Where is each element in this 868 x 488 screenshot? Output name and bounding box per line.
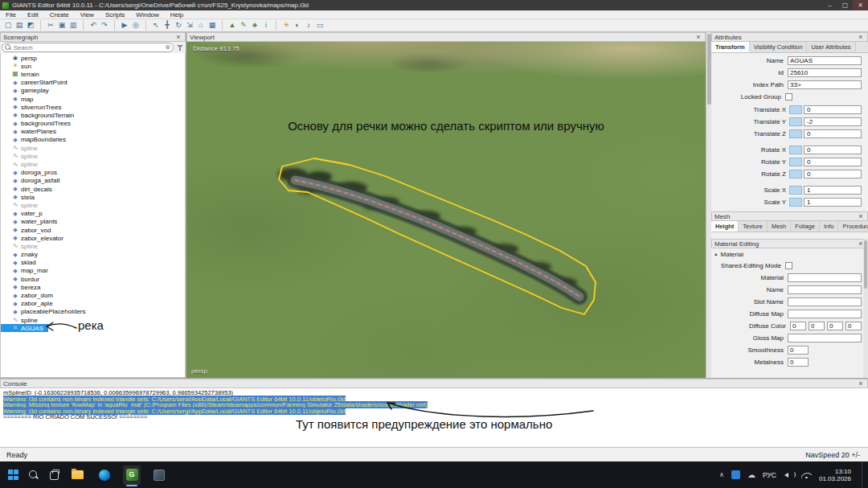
material-section-header[interactable]: ▴ Material xyxy=(711,248,868,258)
tree-item[interactable]: spline xyxy=(1,242,43,250)
gloss-map-field[interactable] xyxy=(788,334,862,342)
shared-editing-checkbox[interactable] xyxy=(785,262,792,269)
tree-item[interactable]: doroga_asfalt xyxy=(1,177,64,185)
tree-item[interactable]: bereza xyxy=(1,283,45,291)
close-button[interactable]: ✕ xyxy=(853,0,868,10)
transform-value-field[interactable] xyxy=(804,170,862,178)
tree-item[interactable]: waterPlanes xyxy=(1,128,61,136)
drag-spinner[interactable] xyxy=(789,170,802,178)
tree-item[interactable]: vater_p xyxy=(1,210,47,218)
tree-item[interactable]: sun xyxy=(1,62,36,70)
slot-name-field[interactable] xyxy=(788,297,862,306)
material-field[interactable] xyxy=(788,273,862,282)
giants-editor-taskbar-icon[interactable]: G xyxy=(123,465,141,485)
tray-expand-icon[interactable]: ∧ xyxy=(719,471,724,478)
diffuse-color-b-field[interactable] xyxy=(827,322,843,330)
toolbar-icon[interactable]: ╋ xyxy=(162,20,173,31)
tree-item[interactable]: backgroundTerrain xyxy=(1,111,79,119)
id-field[interactable] xyxy=(788,68,862,77)
locked-group-checkbox[interactable] xyxy=(785,93,792,100)
tree-item[interactable]: map_mar xyxy=(1,267,53,275)
tree-item[interactable]: spline xyxy=(1,160,43,168)
viewport-canvas[interactable]: Distance 813.75 Основу для речки можно с… xyxy=(186,42,706,378)
menu-item[interactable]: View xyxy=(75,10,100,19)
menu-item[interactable]: Help xyxy=(165,10,189,19)
tree-item[interactable]: terrain xyxy=(1,70,44,78)
tree-item[interactable]: zabor_aple xyxy=(1,300,58,308)
diffuse-map-field[interactable] xyxy=(788,310,862,318)
toolbar-icon[interactable]: ⌂ xyxy=(195,20,207,31)
transform-value-field[interactable] xyxy=(804,158,862,166)
toolbar-icon[interactable]: i xyxy=(260,20,272,31)
attributes-tab[interactable]: Transform xyxy=(711,42,750,52)
toolbar-icon[interactable]: ↶ xyxy=(83,20,99,31)
toolbar-icon[interactable]: ▲ xyxy=(222,20,238,31)
mesh-tab[interactable]: Info xyxy=(820,221,839,232)
toolbar-icon[interactable]: ▭ xyxy=(314,20,326,31)
taskbar-search-icon[interactable] xyxy=(28,470,39,480)
toolbar-icon[interactable]: ▥ xyxy=(68,20,79,31)
clear-search-icon[interactable]: ⊗ xyxy=(165,43,170,51)
volume-icon[interactable] xyxy=(784,470,794,479)
toolbar-icon[interactable]: ↻ xyxy=(173,20,184,31)
mesh-tab[interactable]: Height xyxy=(711,221,739,232)
start-button[interactable] xyxy=(8,470,18,480)
tree-item[interactable]: AGUAS xyxy=(1,324,48,332)
name-field[interactable] xyxy=(788,56,862,65)
menu-item[interactable]: Create xyxy=(44,10,75,19)
tree-item[interactable]: mapBoundaries xyxy=(1,136,71,144)
index-path-field[interactable] xyxy=(788,80,862,89)
transform-value-field[interactable] xyxy=(804,146,862,154)
tree-item[interactable]: stela xyxy=(1,193,39,201)
tree-item[interactable]: spline xyxy=(1,316,43,324)
scenegraph-close-icon[interactable]: × xyxy=(174,33,182,41)
tree-item[interactable]: spline xyxy=(1,201,43,209)
tree-item[interactable]: bordur xyxy=(1,275,44,283)
attributes-tab[interactable]: User Attributes xyxy=(807,42,855,52)
show-desktop-button[interactable] xyxy=(862,461,865,488)
toolbar-icon[interactable]: ▶ xyxy=(114,20,130,31)
browser-icon[interactable] xyxy=(96,465,113,485)
tree-item[interactable]: persp xyxy=(1,54,42,62)
attributes-close-icon[interactable]: × xyxy=(857,33,865,41)
drag-spinner[interactable] xyxy=(789,117,802,126)
drag-spinner[interactable] xyxy=(789,129,802,138)
task-view-icon[interactable] xyxy=(48,470,59,480)
mesh-close-icon[interactable]: × xyxy=(857,212,865,220)
search-input[interactable] xyxy=(14,44,165,51)
app-icon[interactable] xyxy=(150,465,168,485)
transform-value-field[interactable] xyxy=(804,129,862,138)
language-indicator[interactable]: РУС xyxy=(763,471,776,479)
toolbar-icon[interactable]: ↷ xyxy=(99,20,110,31)
toolbar-icon[interactable]: ◐ xyxy=(292,20,303,31)
menu-item[interactable]: File xyxy=(0,10,22,19)
material-name-field[interactable] xyxy=(788,285,862,294)
toolbar-icon[interactable]: ▣ xyxy=(56,20,68,31)
console-line[interactable]: ======== RIO CRIADO COM SUCESSO! =======… xyxy=(3,414,865,420)
menu-item[interactable]: Edit xyxy=(22,10,44,19)
drag-spinner[interactable] xyxy=(789,198,802,207)
tree-item[interactable]: sklad xyxy=(1,259,41,267)
viewport-close-icon[interactable]: × xyxy=(694,33,702,41)
toolbar-icon[interactable]: ♣ xyxy=(249,20,260,31)
drag-spinner[interactable] xyxy=(789,146,802,154)
mesh-tab[interactable]: Procedura xyxy=(838,221,868,232)
tree-item[interactable]: zabor_elevator xyxy=(1,234,68,242)
tree-item[interactable]: spline xyxy=(1,144,43,152)
tree-item[interactable]: znaky xyxy=(1,251,43,259)
transform-value-field[interactable] xyxy=(804,105,862,114)
diffuse-color-a-field[interactable] xyxy=(845,322,862,330)
menu-item[interactable]: Window xyxy=(130,10,164,19)
filter-icon[interactable] xyxy=(176,43,184,51)
cloud-icon[interactable]: ☁ xyxy=(747,470,755,479)
mesh-tab[interactable]: Mesh xyxy=(768,221,791,232)
diffuse-color-r-field[interactable] xyxy=(790,322,806,330)
toolbar-icon[interactable]: ▢ xyxy=(2,20,14,31)
tree-item[interactable]: zabor_dom xyxy=(1,291,58,299)
toolbar-icon[interactable]: ◎ xyxy=(130,20,141,31)
drag-spinner[interactable] xyxy=(789,105,802,114)
transform-value-field[interactable] xyxy=(804,186,862,195)
tray-app-icon[interactable] xyxy=(731,470,740,479)
toolbar-icon[interactable]: ♪ xyxy=(303,20,314,31)
tree-item[interactable]: water_plants xyxy=(1,218,62,226)
